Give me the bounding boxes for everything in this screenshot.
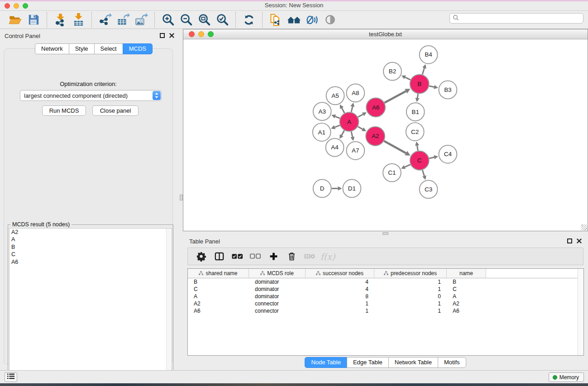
edge-C-C3[interactable] <box>422 170 424 176</box>
zoom-in-icon[interactable] <box>159 13 177 27</box>
splitter-grip[interactable] <box>180 195 183 200</box>
splitter-grip[interactable] <box>382 232 388 235</box>
network-canvas[interactable]: B4B2BB3A8A5A6A3B1AA1C2A2A4A7C4CC1C3DD1 <box>183 39 588 231</box>
zoom-selected-icon[interactable] <box>213 13 231 27</box>
table-cell[interactable]: 4 <box>306 279 374 285</box>
open-file-icon[interactable] <box>6 13 24 27</box>
result-list-item[interactable]: A <box>10 236 172 243</box>
tab-network[interactable]: Network <box>35 43 69 54</box>
node-table[interactable]: shared nameMCDS rolesuccessor nodesprede… <box>187 268 584 356</box>
table-cell[interactable]: C <box>188 286 249 292</box>
table-row[interactable]: A2connector11A2 <box>188 300 583 307</box>
tab-mcds[interactable]: MCDS <box>123 43 153 54</box>
edge-A2-C[interactable] <box>384 141 406 153</box>
network-file-icon[interactable] <box>267 13 285 27</box>
zoom-out-icon[interactable] <box>177 13 195 27</box>
table-cell[interactable]: 0 <box>374 293 447 300</box>
table-cell[interactable]: B <box>188 279 249 285</box>
hide-details-icon[interactable] <box>303 13 321 27</box>
export-table-icon[interactable] <box>114 13 132 27</box>
result-list-item[interactable]: A2 <box>10 229 172 236</box>
delete-column-icon[interactable] <box>286 251 297 262</box>
edge-A-A1[interactable] <box>335 125 340 127</box>
table-cell[interactable]: dominator <box>249 286 306 292</box>
import-network-icon[interactable] <box>51 13 69 27</box>
task-history-button[interactable] <box>5 372 17 382</box>
eye-icon[interactable] <box>321 13 339 27</box>
column-header-predecessor-nodes[interactable]: predecessor nodes <box>374 269 447 278</box>
edge-B-B2[interactable] <box>405 77 411 80</box>
table-cell[interactable]: dominator <box>249 293 306 300</box>
edge-A-A2[interactable] <box>358 127 363 129</box>
table-cell[interactable]: connector <box>249 300 306 307</box>
memory-button[interactable]: Memory <box>549 372 584 382</box>
result-list-item[interactable]: C <box>10 251 172 258</box>
refresh-icon[interactable] <box>240 13 258 27</box>
table-cell[interactable]: 1 <box>306 308 374 314</box>
table-cell[interactable]: 1 <box>374 286 447 292</box>
column-header-name[interactable]: name <box>447 269 486 278</box>
settings-icon[interactable] <box>195 251 207 262</box>
criterion-select[interactable]: largest connected component (directed) <box>20 90 162 101</box>
edge-A-A4[interactable] <box>342 130 344 135</box>
edge-B-B1[interactable] <box>417 94 418 98</box>
table-cell[interactable]: 4 <box>306 286 374 292</box>
tab-motifs[interactable]: Motifs <box>438 357 466 368</box>
close-panel-icon[interactable] <box>169 33 174 38</box>
tab-network-table[interactable]: Network Table <box>388 357 438 368</box>
tab-select[interactable]: Select <box>94 43 123 54</box>
search-field[interactable] <box>449 13 583 24</box>
float-panel-icon[interactable] <box>160 33 165 38</box>
import-table-icon[interactable] <box>69 13 87 27</box>
edge-A-A3[interactable] <box>335 116 339 118</box>
table-cell[interactable]: B <box>447 279 486 285</box>
home-icon[interactable] <box>285 13 303 27</box>
close-panel-icon[interactable] <box>577 238 582 243</box>
table-cell[interactable]: A2 <box>188 300 249 307</box>
horizontal-splitter[interactable] <box>183 231 588 236</box>
select-all-icon[interactable] <box>231 251 243 262</box>
table-row[interactable]: Bdominator41B <box>188 278 583 286</box>
network-graph[interactable]: B4B2BB3A8A5A6A3B1AA1C2A2A4A7C4CC1C3DD1 <box>183 39 588 231</box>
zoom-fit-icon[interactable] <box>195 13 213 27</box>
table-cell[interactable]: connector <box>249 308 306 314</box>
column-header-shared-name[interactable]: shared name <box>188 269 249 278</box>
table-row[interactable]: A6connector11A6 <box>188 307 583 315</box>
mcds-result-list[interactable]: A2ABCA6 <box>9 228 172 378</box>
table-row[interactable]: Adominator80A <box>188 293 583 300</box>
export-image-icon[interactable] <box>132 13 150 27</box>
close-panel-button[interactable]: Close panel <box>92 105 139 116</box>
tab-style[interactable]: Style <box>69 43 95 54</box>
table-cell[interactable]: C <box>447 286 486 292</box>
table-cell[interactable]: A <box>447 293 486 300</box>
tab-edge-table[interactable]: Edge Table <box>347 357 389 368</box>
edge-C-C4[interactable] <box>429 157 434 158</box>
tab-node-table[interactable]: Node Table <box>305 357 347 368</box>
edge-A-A8[interactable] <box>351 107 353 112</box>
table-cell[interactable]: A <box>188 293 249 300</box>
edge-B-B4[interactable] <box>422 68 424 74</box>
split-view-icon[interactable] <box>213 251 225 262</box>
edge-A-A5[interactable] <box>342 108 344 113</box>
edge-A-A7[interactable] <box>351 132 353 137</box>
edge-C-C2[interactable] <box>417 146 418 151</box>
save-session-icon[interactable] <box>24 13 43 27</box>
add-column-icon[interactable] <box>268 251 279 262</box>
export-network-icon[interactable] <box>96 13 114 27</box>
table-cell[interactable]: 1 <box>306 300 374 307</box>
window-resize-grip[interactable] <box>581 224 587 230</box>
deselect-all-icon[interactable] <box>249 251 261 262</box>
result-list-scrollbar[interactable] <box>166 229 172 378</box>
float-panel-icon[interactable] <box>567 238 572 243</box>
result-list-item[interactable]: A6 <box>10 258 172 266</box>
table-row[interactable]: Cdominator41C <box>188 286 583 293</box>
column-header-MCDS-role[interactable]: MCDS role <box>249 269 306 278</box>
edge-B-B3[interactable] <box>429 86 434 87</box>
table-cell[interactable]: A2 <box>447 300 486 307</box>
search-input[interactable] <box>459 15 572 22</box>
result-list-item[interactable]: B <box>10 243 172 251</box>
table-cell[interactable]: A6 <box>447 308 486 314</box>
table-cell[interactable]: 1 <box>374 279 447 285</box>
vertical-splitter[interactable] <box>180 29 183 370</box>
table-cell[interactable]: 1 <box>374 308 447 314</box>
